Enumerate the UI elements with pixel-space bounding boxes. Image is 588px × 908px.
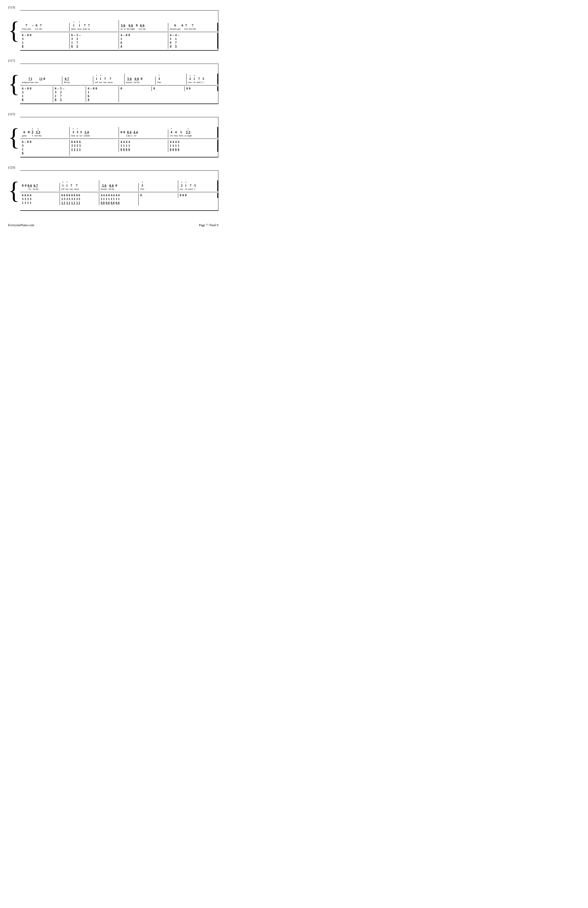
note: 6 7 Ba-by xyxy=(64,77,70,84)
note: 6 dreams get xyxy=(170,23,180,31)
bass-measure-121-1: 6 3 1 6 – 0 0 xyxy=(20,140,69,156)
footer-right: Page 7 /Total 9 xyxy=(199,223,218,227)
bass-measure-117-6: 0 0 xyxy=(185,86,218,91)
measure-121-1: 6 gnite 0· 3 I 3 3 fee xyxy=(20,127,69,138)
note: 6 gnite xyxy=(22,130,27,137)
page: (113) { 7 from afar – xyxy=(8,5,218,227)
bass-note: 4 1 6 4 xyxy=(88,87,89,101)
note: 0 xyxy=(141,77,143,84)
note: 7 one xyxy=(103,77,107,84)
lower-staff-125: 631 631 631 xyxy=(20,192,218,211)
note: 7 feel the xyxy=(189,23,196,31)
note: 2 tou- xyxy=(180,181,184,191)
note: 7 one xyxy=(69,184,73,191)
note: i dark- xyxy=(71,21,76,31)
note: 4 that xyxy=(174,130,178,137)
bass-note: 6 63 31 1 xyxy=(71,193,75,204)
bass-note: – xyxy=(123,34,125,37)
note: 6 6 ful lie xyxy=(134,77,140,84)
section-125: (125) { 0 0 xyxy=(8,166,218,211)
bass-note: 0 xyxy=(30,87,31,90)
bass-note: 0 xyxy=(182,193,184,197)
bass-note: 4 41 16 6 xyxy=(116,193,119,204)
note: 0 xyxy=(115,184,117,191)
note: 6 6 the light xyxy=(127,23,135,31)
bass-note: 0 xyxy=(126,34,127,37)
note: i ch xyxy=(193,74,195,84)
bass-note: 0 xyxy=(153,87,155,90)
bass-note: 631 xyxy=(24,193,26,204)
measure-117-1: 7 i tempera-ture rise i i 0 xyxy=(20,76,62,84)
note: 3 One xyxy=(140,181,144,191)
note: i ch xyxy=(185,181,187,191)
note: 3 as xyxy=(76,127,79,137)
bass-note: 6 3 1 xyxy=(74,140,76,151)
note: 7 us xyxy=(88,23,90,31)
bass-note: – xyxy=(90,87,92,90)
note: i tell xyxy=(95,74,98,84)
note: 2 tou- xyxy=(188,74,192,84)
bass-note: 6 63 31 1 xyxy=(61,193,65,204)
bass-note: 6 63 31 1 xyxy=(76,193,80,204)
note: 3 4 collide xyxy=(83,130,90,137)
bass-note: 631 xyxy=(30,193,31,204)
note: 3 we xyxy=(79,130,82,137)
bass-note: 0 xyxy=(140,193,142,197)
bass-note: 6 3 1 xyxy=(77,140,78,151)
bass-note: 4 1 6 xyxy=(126,140,127,151)
bass-measure-125-4: 0 xyxy=(139,193,178,198)
bass-note: 4 1 6 4 xyxy=(121,34,122,48)
note: 6 6 ful lie xyxy=(109,184,114,191)
note: 7 i tempera-ture rise xyxy=(22,77,38,84)
note: 5 i- xyxy=(194,184,196,191)
note: 0 6 So xyxy=(27,184,32,191)
measure-117-5: 3 One xyxy=(156,74,187,84)
measure-113-1: 7 from afar – 6 Let 7 xyxy=(20,23,69,31)
upper-staff-117: 7 i tempera-ture rise i i 0 xyxy=(20,64,218,85)
footer: EveryonePiano.com Page 7 /Total 9 xyxy=(8,222,218,227)
note: 0 4 Like a xyxy=(126,130,132,137)
measure-117-3: i tell i me 7 one 7 more xyxy=(93,74,124,84)
staves-121: 6 gnite 0· 3 I 3 3 fee xyxy=(20,117,218,158)
measure-125-5: 2 tou- i ch 7 and I 5 i- xyxy=(178,180,218,191)
upper-staff-113: 7 from afar – 6 Let 7 xyxy=(20,11,218,32)
bass-note: – xyxy=(74,34,76,37)
bass-note: 4 1 6 xyxy=(175,140,177,151)
note: – xyxy=(32,23,34,31)
bass-measure-121-3: 4 1 6 4 1 6 xyxy=(119,140,168,152)
note: 5 6 beauti- xyxy=(101,184,108,191)
bass-measure-113-4: 4 1 6 4 – 4 1 xyxy=(168,33,218,49)
note: i i xyxy=(39,77,42,84)
note: 0 xyxy=(121,130,122,137)
note: 0· xyxy=(28,130,31,137)
note: 3 I xyxy=(32,127,34,137)
bass-note: 4 41 16 6 xyxy=(101,193,105,204)
note: 7 and I xyxy=(188,184,193,191)
measure-113-2: i dark- i ness 7 lead 7 xyxy=(69,20,119,31)
staves-117: 7 i tempera-ture rise i i 0 xyxy=(20,64,218,104)
bass-note: – xyxy=(57,87,59,90)
bass-note: 6 3 1 xyxy=(71,140,73,151)
bass-measure-125-3: 4 41 16 6 4 41 16 6 4 41 16 6 xyxy=(99,193,139,205)
measure-125-3: 5 6 beauti- 6 6 ful lie 0 xyxy=(99,183,139,191)
footer-left: EveryonePiano.com xyxy=(8,223,34,227)
note: 0 xyxy=(124,130,126,137)
note: 7 more xyxy=(74,184,79,191)
bass-measure-125-2: 6 63 31 1 6 63 31 1 6 63 31 1 xyxy=(60,193,99,205)
bass-note: 4 1 6 xyxy=(121,140,122,151)
bass-note: 0 xyxy=(128,34,130,37)
note: 7 lost xyxy=(184,23,188,31)
measure-121-3: 0 0 0 4 Like a 4 4 f xyxy=(119,130,168,138)
bass-note: 0 xyxy=(27,34,29,37)
bass-measure-125-5: 0 0 0 xyxy=(178,193,218,198)
note: 4 ver xyxy=(170,127,173,137)
measure-113-4: 6 dreams get 6 7 lost 7 xyxy=(168,23,218,31)
bass-note: 0 xyxy=(30,140,31,144)
lower-staff-117: 6 3 1 6 – 0 0 xyxy=(20,85,218,104)
measure-113-3: 5 6 in- to 6 6 the light 0 6 6 xyxy=(119,23,168,31)
bass-note: 4 1 6 xyxy=(128,140,130,151)
note: 7 and I xyxy=(197,77,201,84)
brace-121: { xyxy=(8,117,20,158)
note: 6 Let xyxy=(35,23,38,31)
bass-note: 631 xyxy=(22,193,23,204)
